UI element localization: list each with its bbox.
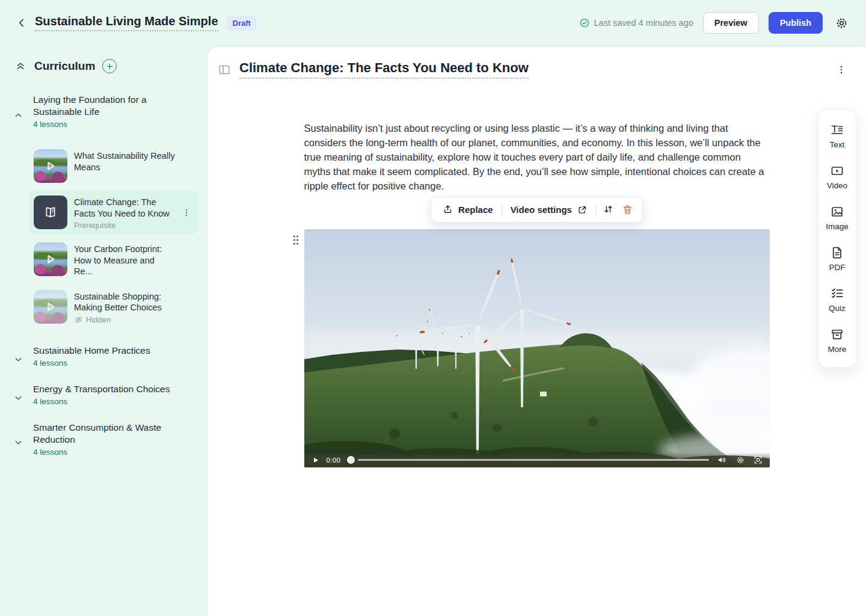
eye-off-icon <box>74 315 83 324</box>
external-link-icon <box>577 205 588 215</box>
lesson-thumbnail <box>34 290 67 324</box>
lesson-list: What Sustainability Really Means Climate… <box>29 144 198 329</box>
seek-bar[interactable] <box>358 459 708 461</box>
double-chevron-up-icon <box>14 60 29 72</box>
lesson-title: What Sustainability Really Means <box>74 150 175 173</box>
insert-more-button[interactable]: More <box>818 320 856 361</box>
insert-text-label: Text <box>830 140 845 149</box>
curriculum-heading: Curriculum <box>34 60 95 73</box>
lesson-menu-button[interactable] <box>182 206 195 220</box>
replace-button[interactable]: Replace <box>436 200 499 219</box>
section-lesson-count: 4 lessons <box>33 359 150 368</box>
lesson-text: Sustainable Shopping: Making Better Choi… <box>74 290 175 324</box>
play-icon <box>34 149 67 183</box>
lesson-item[interactable]: Your Carbon Footprint: How to Measure an… <box>29 238 198 282</box>
insert-quiz-label: Quiz <box>829 304 846 313</box>
section-header[interactable]: Laying the Foundation for a Sustainable … <box>33 94 174 129</box>
video-controls-right <box>717 455 764 466</box>
chevron-down-icon[interactable] <box>13 390 26 406</box>
lesson-title: Your Carbon Footprint: How to Measure an… <box>74 244 175 277</box>
lesson-thumbnail <box>34 196 67 229</box>
insert-video-button[interactable]: Video <box>818 156 856 197</box>
insert-pdf-button[interactable]: PDF <box>818 238 856 279</box>
section-header[interactable]: Sustainable Home Practices 4 lessons <box>33 345 150 368</box>
chevron-down-icon[interactable] <box>13 429 26 457</box>
pdf-file-icon <box>830 245 844 260</box>
back-button[interactable] <box>13 14 30 31</box>
collapse-all-button[interactable] <box>14 59 29 73</box>
panel-layout-icon <box>218 63 233 76</box>
video-settings-gear-button[interactable] <box>735 455 746 466</box>
lesson-thumbnail <box>34 149 67 183</box>
lesson-menu-button[interactable] <box>836 62 852 78</box>
trash-icon <box>622 204 633 215</box>
delete-block-button[interactable] <box>618 201 637 219</box>
block-inserter-panel: Text Video Image PDF Quiz More <box>818 109 856 368</box>
arrows-up-down-icon <box>603 204 614 215</box>
volume-button[interactable] <box>717 455 728 466</box>
drag-handle[interactable] <box>292 233 301 247</box>
settings-button[interactable] <box>832 14 850 32</box>
section-header[interactable]: Smarter Consumption & Waste Reduction 4 … <box>33 422 174 457</box>
fullscreen-button[interactable] <box>753 455 764 466</box>
course-title[interactable]: Sustainable Living Made Simple <box>35 14 218 31</box>
upload-icon <box>442 204 453 215</box>
image-icon <box>830 205 844 219</box>
lesson-page-title[interactable]: Climate Change: The Facts You Need to Kn… <box>239 60 529 79</box>
video-time: 0:00 <box>327 457 341 464</box>
section-title: Energy & Transportation Choices <box>33 383 170 395</box>
replace-label: Replace <box>458 205 493 215</box>
section-title: Sustainable Home Practices <box>33 345 150 357</box>
kebab-icon <box>836 64 852 75</box>
lesson-hidden-label: Hidden <box>86 315 111 324</box>
play-button[interactable] <box>310 455 321 466</box>
insert-image-button[interactable]: Image <box>818 197 856 238</box>
sidebar-toggle-button[interactable] <box>218 62 233 78</box>
top-bar: Sustainable Living Made Simple Draft Las… <box>0 0 866 46</box>
publish-button[interactable]: Publish <box>769 12 823 34</box>
quiz-checklist-icon <box>830 286 844 301</box>
lesson-item-selected[interactable]: Climate Change: The Facts You Need to Kn… <box>29 191 198 235</box>
curriculum-section: Smarter Consumption & Waste Reduction 4 … <box>0 422 197 457</box>
chevron-up-icon[interactable] <box>13 101 26 129</box>
lesson-text: Your Carbon Footprint: How to Measure an… <box>74 242 175 277</box>
lesson-hidden-tag: Hidden <box>74 315 175 324</box>
section-lesson-count: 4 lessons <box>33 120 174 129</box>
lesson-intro-text[interactable]: Sustainability isn’t just about recyclin… <box>304 121 770 193</box>
move-block-button[interactable] <box>599 201 618 219</box>
video-block: 0:00 <box>304 229 770 467</box>
kebab-icon <box>182 208 195 218</box>
lesson-item[interactable]: What Sustainability Really Means <box>29 144 198 188</box>
chevron-down-icon[interactable] <box>13 352 26 368</box>
lesson-thumbnail <box>34 242 67 276</box>
lesson-item-hidden[interactable]: Sustainable Shopping: Making Better Choi… <box>29 285 198 329</box>
video-icon <box>830 164 844 178</box>
insert-image-label: Image <box>826 222 849 231</box>
video-poster-wind-turbines <box>304 229 770 467</box>
lesson-title: Sustainable Shopping: Making Better Choi… <box>74 291 175 313</box>
curriculum-section: Energy & Transportation Choices 4 lesson… <box>0 383 197 406</box>
lesson-title: Climate Change: The Facts You Need to Kn… <box>74 197 175 219</box>
seek-handle[interactable] <box>347 456 355 464</box>
insert-quiz-button[interactable]: Quiz <box>818 279 856 320</box>
video-controls: 0:00 <box>304 452 770 467</box>
more-blocks-icon <box>830 327 844 342</box>
curriculum-sidebar: Curriculum Laying the Foundation for a S… <box>0 46 207 616</box>
saved-status: Last saved 4 minutes ago <box>579 17 693 28</box>
play-icon <box>34 290 67 324</box>
lesson-content: Sustainability isn’t just about recyclin… <box>304 121 770 467</box>
chevron-left-icon <box>16 17 28 29</box>
insert-pdf-label: PDF <box>829 263 846 272</box>
section-lesson-count: 4 lessons <box>33 397 170 406</box>
insert-text-button[interactable]: Text <box>818 116 856 156</box>
plus-icon <box>106 63 114 70</box>
preview-button[interactable]: Preview <box>703 12 759 34</box>
add-section-button[interactable] <box>102 59 117 73</box>
video-block-toolbar: Replace Video settings <box>431 197 643 223</box>
section-header[interactable]: Energy & Transportation Choices 4 lesson… <box>33 383 170 406</box>
video-settings-button[interactable]: Video settings <box>505 201 594 219</box>
section-title: Smarter Consumption & Waste Reduction <box>33 422 174 446</box>
saved-status-text: Last saved 4 minutes ago <box>594 18 693 28</box>
video-player[interactable]: 0:00 <box>304 229 770 467</box>
insert-video-label: Video <box>827 181 847 190</box>
